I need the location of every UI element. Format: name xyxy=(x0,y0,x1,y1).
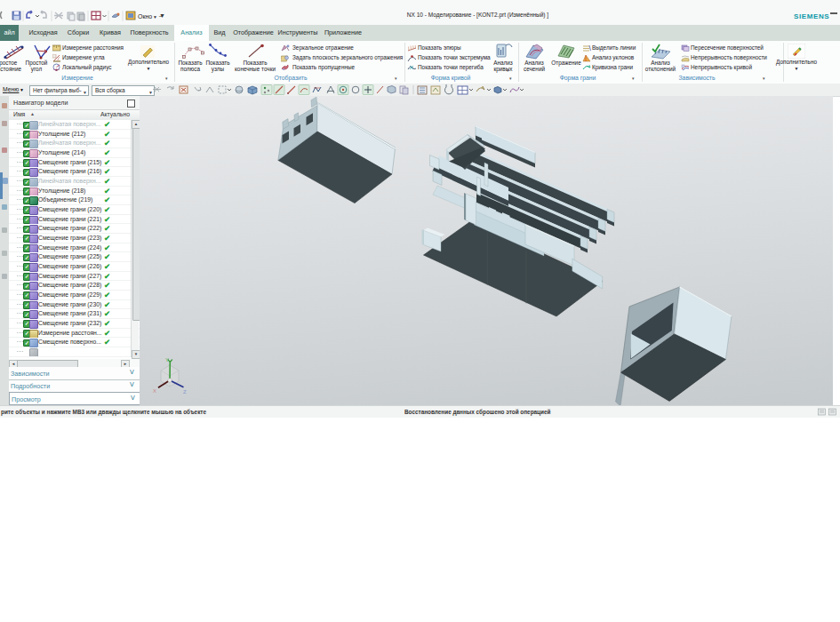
svg-text:Z: Z xyxy=(183,389,187,395)
svg-text:Y: Y xyxy=(165,357,169,363)
svg-text:X: X xyxy=(153,388,156,394)
